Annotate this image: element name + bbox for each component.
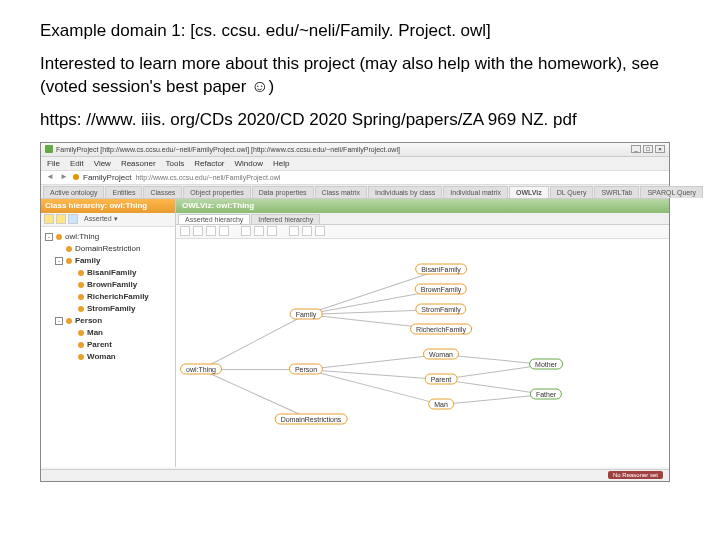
close-button[interactable]: × [655,145,665,153]
asserted-dropdown[interactable]: Asserted ▾ [84,215,118,223]
owlviz-tool-9[interactable] [302,226,312,236]
class-dot-icon [66,258,72,264]
menubar: File Edit View Reasoner Tools Refactor W… [41,157,669,171]
owlviz-tool-10[interactable] [315,226,325,236]
graph-node[interactable]: Man [428,398,454,409]
class-dot-icon [78,330,84,336]
forward-button[interactable]: ► [59,172,69,182]
tab-individual-matrix[interactable]: Individual matrix [443,186,508,198]
tab-sparql[interactable]: SPARQL Query [640,186,703,198]
delete-class-button[interactable] [68,214,78,224]
titlebar: FamilyProject [http://www.cs.ccsu.edu/~n… [41,143,669,157]
tree-node[interactable]: -Family [45,255,171,267]
add-class-button[interactable] [44,214,54,224]
maximize-button[interactable]: □ [643,145,653,153]
tree-node-label: BrownFamily [87,280,137,289]
class-dot-icon [78,294,84,300]
tree-node[interactable]: StromFamily [45,303,171,315]
graph-node[interactable]: Woman [423,348,459,359]
pathbar: ◄ ► FamilyProject http://www.cs.ccsu.edu… [41,171,669,185]
class-tree: -owl:ThingDomainRestriction-FamilyBisani… [41,227,175,367]
graph-node[interactable]: Family [290,308,323,319]
graph-node[interactable]: BrownFamily [415,283,467,294]
tree-node-label: DomainRestriction [75,244,140,253]
menu-file[interactable]: File [47,159,60,168]
owlviz-tool-4[interactable] [219,226,229,236]
class-dot-icon [78,354,84,360]
graph-canvas[interactable]: owl:ThingFamilyDomainRestrictionsPersonB… [176,239,669,467]
tabbar: Active ontology Entities Classes Object … [41,185,669,199]
menu-tools[interactable]: Tools [166,159,185,168]
tree-node[interactable]: RicherichFamily [45,291,171,303]
graph-node[interactable]: DomainRestrictions [275,413,348,424]
class-dot-icon [78,306,84,312]
tab-inferred-hierarchy[interactable]: Inferred hierarchy [251,214,320,224]
owlviz-tabs: Asserted hierarchy Inferred hierarchy [176,213,669,225]
graph-node[interactable]: Mother [529,358,563,369]
minimize-button[interactable]: _ [631,145,641,153]
tree-node[interactable]: BisaniFamily [45,267,171,279]
class-dot-icon [66,246,72,252]
slide-line-1: Example domain 1: [cs. ccsu. edu/~neli/F… [40,20,680,43]
owlviz-tool-6[interactable] [254,226,264,236]
graph-node[interactable]: StromFamily [415,303,466,314]
graph-node[interactable]: Person [289,363,323,374]
owlviz-toolbar [176,225,669,239]
graph-node[interactable]: Father [530,388,562,399]
tree-node[interactable]: Woman [45,351,171,363]
tab-class-matrix[interactable]: Class matrix [315,186,368,198]
tree-node[interactable]: DomainRestriction [45,243,171,255]
tree-node[interactable]: BrownFamily [45,279,171,291]
menu-edit[interactable]: Edit [70,159,84,168]
tree-node[interactable]: Man [45,327,171,339]
graph-node[interactable]: owl:Thing [180,363,222,374]
owlviz-tool-8[interactable] [289,226,299,236]
owlviz-tool-5[interactable] [241,226,251,236]
tree-node[interactable]: Parent [45,339,171,351]
ontology-url: http://www.cs.ccsu.edu/~neli/FamilyProje… [135,174,280,181]
tab-swrltab[interactable]: SWRLTab [594,186,639,198]
tree-node[interactable]: -Person [45,315,171,327]
tab-dl-query[interactable]: DL Query [550,186,594,198]
tab-object-properties[interactable]: Object properties [183,186,250,198]
slide-line-2: Interested to learn more about this proj… [40,53,680,99]
menu-reasoner[interactable]: Reasoner [121,159,156,168]
class-hierarchy-toolbar: Asserted ▾ [41,213,175,227]
tab-data-properties[interactable]: Data properties [252,186,314,198]
statusbar: No Reasoner set [41,469,669,481]
tree-node-label: Person [75,316,102,325]
protege-window: FamilyProject [http://www.cs.ccsu.edu/~n… [40,142,670,482]
class-hierarchy-panel: Class hierarchy: owl:Thing Asserted ▾ -o… [41,199,176,467]
graph-node[interactable]: BisaniFamily [415,263,467,274]
tree-node-label: StromFamily [87,304,135,313]
reasoner-status[interactable]: No Reasoner set [608,471,663,479]
owlviz-tool-7[interactable] [267,226,277,236]
menu-help[interactable]: Help [273,159,289,168]
tree-toggle-icon[interactable]: - [55,257,63,265]
class-dot-icon [56,234,62,240]
tree-toggle-icon[interactable]: - [45,233,53,241]
tab-individuals-by-class[interactable]: Individuals by class [368,186,442,198]
graph-node[interactable]: RicherichFamily [410,323,472,334]
tab-entities[interactable]: Entities [105,186,142,198]
owlviz-tool-2[interactable] [193,226,203,236]
tab-active-ontology[interactable]: Active ontology [43,186,104,198]
back-button[interactable]: ◄ [45,172,55,182]
graph-node[interactable]: Parent [425,373,458,384]
class-dot-icon [78,342,84,348]
tree-toggle-icon[interactable]: - [55,317,63,325]
tree-node[interactable]: -owl:Thing [45,231,171,243]
class-dot-icon [66,318,72,324]
owlviz-tool-1[interactable] [180,226,190,236]
tree-node-label: BisaniFamily [87,268,136,277]
menu-refactor[interactable]: Refactor [194,159,224,168]
owlviz-panel: OWLViz: owl:Thing Asserted hierarchy Inf… [176,199,669,467]
owlviz-tool-3[interactable] [206,226,216,236]
menu-window[interactable]: Window [235,159,263,168]
tab-asserted-hierarchy[interactable]: Asserted hierarchy [178,214,250,224]
tab-classes[interactable]: Classes [143,186,182,198]
add-subclass-button[interactable] [56,214,66,224]
menu-view[interactable]: View [94,159,111,168]
tab-owlviz[interactable]: OWLViz [509,186,549,198]
ontology-name: FamilyProject [83,173,131,182]
